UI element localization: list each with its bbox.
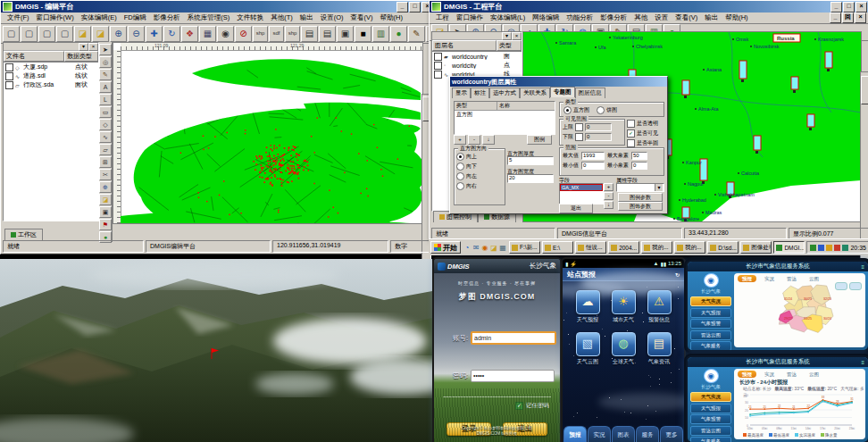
palette-icon[interactable]: ❖ bbox=[181, 26, 198, 42]
pan-icon[interactable]: ✚ bbox=[146, 26, 163, 42]
diamond-icon[interactable]: ◇ bbox=[99, 119, 112, 130]
app-天气云图[interactable]: ▧天气云图 bbox=[570, 332, 605, 366]
ie-quicklaunch-icon[interactable]: ◔ bbox=[463, 244, 472, 252]
pencil-icon[interactable]: ✎ bbox=[99, 69, 112, 80]
menu-实体编辑(E)[interactable]: 实体编辑(E) bbox=[78, 13, 121, 22]
taskbar-button[interactable]: 2004... bbox=[608, 241, 639, 254]
open-folder-icon[interactable]: ◪ bbox=[92, 26, 109, 42]
checkbox[interactable] bbox=[5, 81, 13, 89]
attr-field-combo[interactable]: ▾ bbox=[616, 183, 664, 192]
taskbar-button[interactable]: 恒设... bbox=[575, 241, 606, 254]
menu-气象预警[interactable]: 气象预警 bbox=[690, 319, 731, 329]
menu-影像分析[interactable]: 影像分析 bbox=[150, 13, 184, 22]
dialog-tab-标注[interactable]: 标注 bbox=[471, 88, 489, 98]
tray-icon-red[interactable] bbox=[834, 245, 840, 251]
zoom-in-button[interactable] bbox=[835, 282, 847, 290]
desktop-quicklaunch-icon[interactable]: ▦ bbox=[498, 244, 507, 252]
district-map[interactable]: 31/2430/2332/2529/2233/2530/24 bbox=[748, 282, 861, 338]
maxpx-field[interactable]: 50 bbox=[631, 152, 647, 160]
upper-checkbox[interactable] bbox=[575, 123, 583, 131]
zoom-out-button[interactable] bbox=[849, 282, 862, 290]
minpx-field[interactable]: 0 bbox=[631, 162, 647, 170]
grid-icon[interactable]: ▦ bbox=[199, 26, 216, 42]
print-icon[interactable]: ▤ bbox=[319, 26, 336, 42]
tab-预报[interactable]: 预报 bbox=[563, 426, 587, 442]
print-icon[interactable]: ▤ bbox=[301, 26, 318, 42]
frame-icon[interactable]: ▣ bbox=[337, 26, 354, 42]
menu-设置(O)[interactable]: 设置(O) bbox=[317, 13, 347, 22]
globe-icon[interactable]: ● bbox=[390, 26, 407, 42]
tray-clock[interactable]: 20:35 bbox=[850, 245, 866, 251]
L-icon[interactable]: L bbox=[99, 94, 112, 105]
new-icon[interactable]: ▢ bbox=[21, 26, 38, 42]
cut-icon[interactable]: ✂ bbox=[99, 169, 112, 180]
rect-icon[interactable]: ▭ bbox=[99, 106, 112, 118]
minimize-button[interactable]: _ bbox=[396, 2, 408, 13]
menu-天气实况[interactable]: 天气实况 bbox=[690, 392, 731, 402]
maximize-button[interactable]: □ bbox=[843, 2, 855, 13]
poly-icon[interactable]: ▱ bbox=[99, 144, 112, 155]
taskbar-button[interactable]: F:\新... bbox=[509, 241, 540, 254]
menu-帮助(H)[interactable]: 帮助(H) bbox=[377, 13, 406, 22]
mail-quicklaunch-icon[interactable]: ✉ bbox=[472, 244, 480, 252]
field-list[interactable]: GA_MX bbox=[559, 183, 604, 204]
maximize-button[interactable]: □ bbox=[409, 2, 421, 13]
deco-params-button[interactable]: 图饰参数 bbox=[618, 202, 663, 211]
tab-云图[interactable]: 云图 bbox=[805, 371, 823, 378]
radio-向上[interactable]: 向上 bbox=[456, 153, 503, 161]
tab-实况[interactable]: 实况 bbox=[588, 426, 611, 442]
start-button[interactable]: 开始 bbox=[430, 241, 461, 254]
wave-icon[interactable]: ∿ bbox=[99, 131, 112, 143]
panel-pin-button[interactable]: ▾ bbox=[502, 32, 512, 40]
zoom-in-icon[interactable]: ⊕ bbox=[99, 181, 112, 193]
tab-实况[interactable]: 实况 bbox=[760, 275, 779, 282]
menu-窗口操作(W)[interactable]: 窗口操作(W) bbox=[33, 13, 78, 22]
zoom-in-icon[interactable]: ⊕ bbox=[110, 26, 127, 42]
grid2-icon[interactable]: ⊞ bbox=[99, 156, 112, 168]
upper-field[interactable]: 0 bbox=[585, 123, 612, 131]
file-row[interactable]: ∿道路.sdl线状 bbox=[4, 71, 98, 80]
refresh-icon[interactable]: ↻ bbox=[163, 26, 180, 42]
titlebar-edit[interactable]: DMGIS - 编辑平台 _ □ × bbox=[1, 1, 435, 13]
tab-云图[interactable]: 云图 bbox=[805, 275, 823, 282]
tab-服务[interactable]: 服务 bbox=[636, 426, 659, 442]
menu-天气预报[interactable]: 天气预报 bbox=[690, 308, 731, 318]
radio-向下[interactable]: 向下 bbox=[456, 163, 503, 171]
zoom-out-icon[interactable]: ⊖ bbox=[128, 26, 145, 42]
field-add-button[interactable]: + bbox=[604, 183, 613, 191]
file-row[interactable]: ▱行政区.sda面状 bbox=[4, 80, 98, 89]
app-全球天气[interactable]: ◍全球天气 bbox=[605, 332, 641, 366]
tab-雷达[interactable]: 雷达 bbox=[782, 275, 801, 282]
radio-直方图[interactable]: 直方图 bbox=[563, 106, 589, 114]
taskbar-button[interactable]: DMGI... bbox=[773, 241, 805, 254]
taskbar-button[interactable]: E:\ bbox=[542, 241, 573, 254]
mdi-close-button[interactable]: × bbox=[855, 13, 866, 23]
menu-查看(V)[interactable]: 查看(V) bbox=[672, 13, 701, 22]
stats-icon[interactable]: ▥ bbox=[372, 26, 389, 42]
tray-icon-teal[interactable] bbox=[842, 245, 848, 251]
menu-天气实况[interactable]: 天气实况 bbox=[690, 296, 731, 306]
lower-checkbox[interactable] bbox=[575, 133, 583, 141]
down-button[interactable]: ↓ bbox=[482, 135, 495, 145]
menu-气象服务[interactable]: 气象服务 bbox=[690, 341, 731, 350]
menu-设置[interactable]: 设置 bbox=[651, 13, 672, 22]
titlebar-project[interactable]: DMGIS - 工程平台 _ □ × bbox=[430, 1, 868, 13]
open-folder-icon[interactable]: ◪ bbox=[74, 26, 91, 42]
menu-雷达云图[interactable]: 雷达云图 bbox=[690, 330, 731, 340]
terrain-3d-view[interactable] bbox=[0, 259, 432, 442]
dialog-tab-显示[interactable]: 显示 bbox=[452, 88, 471, 98]
checkbox[interactable] bbox=[434, 62, 442, 70]
map-canvas-shanghai[interactable]: 121.09 121.29 bbox=[113, 42, 423, 224]
remove-button[interactable]: - bbox=[468, 135, 480, 145]
tray-icon-green[interactable] bbox=[810, 245, 816, 251]
app-气象资讯[interactable]: ▤气象资讯 bbox=[641, 332, 677, 366]
taskbar-button[interactable]: 图像处理 bbox=[740, 241, 772, 254]
password-input[interactable]: ••••• bbox=[471, 370, 555, 382]
dialog-tab-选中方式[interactable]: 选中方式 bbox=[489, 88, 520, 98]
cursor-icon[interactable]: ➤ bbox=[99, 44, 112, 55]
lower-field[interactable]: 0 bbox=[585, 133, 612, 141]
field-down-button[interactable]: ↓ bbox=[604, 201, 613, 209]
exit-button[interactable]: 退出 bbox=[559, 204, 593, 213]
app-城市天气[interactable]: ☀城市天气 bbox=[605, 290, 641, 324]
width-field[interactable]: 20 bbox=[507, 174, 554, 183]
